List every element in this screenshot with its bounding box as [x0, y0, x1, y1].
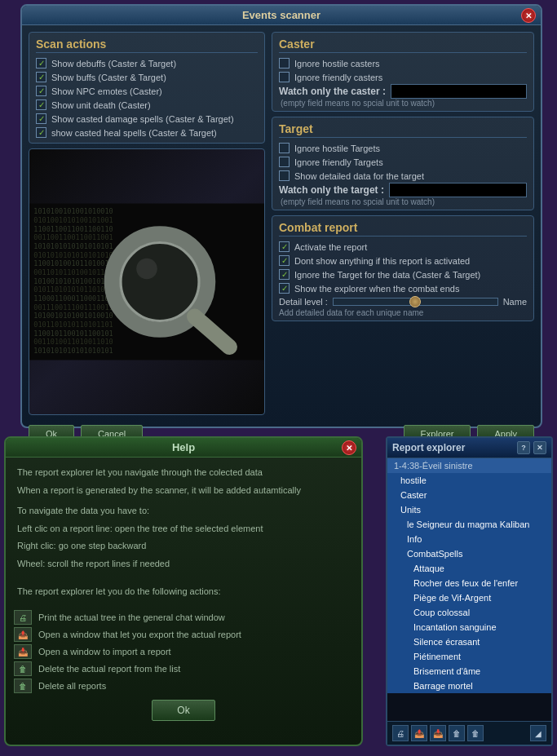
decorative-image: 1010100101001010010 0101001010100101001 …	[29, 148, 265, 415]
events-panel-close-button[interactable]: ✕	[521, 8, 536, 23]
checkbox-emotes[interactable]	[36, 86, 46, 96]
scan-check-heal[interactable]: show casted heal spells (Caster & Target…	[36, 126, 258, 139]
report-item-2[interactable]: Caster	[387, 488, 551, 502]
svg-text:1100101001011010010: 1100101001011010010	[33, 259, 113, 267]
report-item-15[interactable]: Barrage mortel	[387, 679, 551, 693]
report-item-8[interactable]: Rocher des feux de l'enfer	[387, 576, 551, 590]
svg-text:0011010011010011010: 0011010011010011010	[33, 338, 113, 346]
combat-dont-show-row[interactable]: Dont show anything if this report is act…	[279, 254, 527, 267]
checkbox-ignore-hostile-target[interactable]	[279, 143, 290, 153]
report-print-button[interactable]: 🖨	[392, 725, 409, 741]
report-item-9[interactable]: Piège de Vif-Argent	[387, 590, 551, 605]
report-items-list: 1-4:38-Éveil sinistre hostile Caster Uni…	[387, 458, 551, 721]
svg-text:1010101010101010101: 1010101010101010101	[33, 242, 113, 250]
svg-text:1100110011001100110: 1100110011001100110	[33, 225, 113, 233]
report-explorer-titlebar: Report explorer ? ✕	[387, 438, 551, 458]
svg-text:0011100111001110011: 0011100111001110011	[33, 303, 113, 312]
target-ignore-hostile-row[interactable]: Ignore hostile Targets	[279, 141, 527, 155]
report-item-4[interactable]: le Seigneur du magma Kaliban	[387, 517, 551, 532]
report-bottom-icons: 🖨 📤 📥 🗑 🗑	[392, 725, 484, 741]
report-item-11[interactable]: Incantation sanguine	[387, 620, 551, 634]
help-ok-button[interactable]: Ok	[152, 700, 214, 721]
events-scanner-panel: Events scanner ✕ Scan actions Show debuf…	[20, 4, 542, 428]
report-item-7[interactable]: Attaque	[387, 561, 551, 576]
combat-report-section: Combat report Activate the report Dont s…	[272, 215, 534, 321]
scan-actions-title: Scan actions	[36, 36, 258, 53]
report-item-1[interactable]: hostile	[387, 473, 551, 488]
help-line-6: Wheel: scroll the report lines if needed	[17, 557, 350, 572]
combat-ignore-target-row[interactable]: Ignore the Target for the data (Caster &…	[279, 267, 527, 281]
report-item-10[interactable]: Coup colossal	[387, 605, 551, 620]
detail-slider[interactable]	[333, 298, 498, 306]
checkbox-buffs[interactable]	[36, 72, 46, 82]
help-content-area: The report explorer let you navigate thr…	[6, 458, 361, 583]
svg-text:0011010110100101101: 0011010110100101101	[33, 268, 113, 276]
detail-level-label: Detail level :	[279, 297, 328, 307]
report-help-button[interactable]: ?	[517, 441, 530, 454]
detail-slider-thumb[interactable]	[409, 296, 421, 307]
events-left-column: Scan actions Show debuffs (Caster & Targ…	[29, 32, 265, 415]
report-item-6[interactable]: CombatSpells	[387, 546, 551, 561]
delete-icon: 🗑	[14, 661, 32, 676]
svg-text:0011001100110011001: 0011001100110011001	[33, 233, 113, 241]
report-item-5[interactable]: Info	[387, 532, 551, 546]
checkbox-ignore-friendly-target[interactable]	[279, 157, 290, 167]
svg-point-19	[121, 243, 199, 321]
checkbox-activate[interactable]	[279, 241, 290, 252]
svg-text:1010010101010010101: 1010010101010010101	[33, 277, 113, 285]
combat-show-explorer-row[interactable]: Show the explorer when the combat ends	[279, 281, 527, 295]
svg-point-21	[136, 259, 157, 280]
checkbox-ignore-friendly-caster[interactable]	[279, 72, 290, 82]
caster-ignore-hostile-row[interactable]: Ignore hostile casters	[279, 56, 527, 70]
report-explorer-title: Report explorer	[392, 442, 465, 453]
scan-check-debuffs[interactable]: Show debuffs (Caster & Target)	[36, 56, 258, 70]
report-item-0[interactable]: 1-4:38-Éveil sinistre	[387, 458, 551, 473]
report-item-12[interactable]: Silence écrasant	[387, 634, 551, 649]
print-icon: 🖨	[14, 610, 32, 625]
help-line-3: To navigate the data you have to:	[17, 504, 350, 519]
caster-ignore-friendly-row[interactable]: Ignore friendly casters	[279, 70, 527, 84]
help-panel: Help ✕ The report explorer let you navig…	[4, 436, 363, 746]
caster-watch-input[interactable]	[391, 84, 527, 99]
checkbox-dont-show[interactable]	[279, 255, 290, 266]
help-line-4: Left clic on a report line: open the tre…	[17, 522, 350, 537]
report-import-button[interactable]: 📥	[430, 725, 446, 741]
report-item-13[interactable]: Piétinement	[387, 649, 551, 664]
report-export-button[interactable]: 📤	[411, 725, 427, 741]
target-show-detailed-row[interactable]: Show detailed data for the target	[279, 169, 527, 183]
target-ignore-friendly-row[interactable]: Ignore friendly Targets	[279, 155, 527, 169]
help-actions-text: The report explorer let you do the follo…	[17, 585, 350, 599]
help-actions-intro: The report explorer let you do the follo…	[6, 583, 361, 611]
report-close-button[interactable]: ✕	[533, 441, 546, 454]
help-action-delete: 🗑 Delete the actual report from the list	[14, 661, 353, 676]
checkbox-death[interactable]	[36, 99, 46, 110]
target-title: Target	[279, 121, 527, 138]
report-bottom-bar: 🖨 📤 📥 🗑 🗑 ◢	[387, 721, 551, 745]
report-item-14[interactable]: Brisement d'âme	[387, 664, 551, 679]
scan-check-damage[interactable]: Show casted damage spells (Caster & Targ…	[36, 112, 258, 126]
export-icon: 📤	[14, 627, 32, 642]
checkbox-damage[interactable]	[36, 113, 46, 124]
checkbox-ignore-target-data[interactable]	[279, 269, 290, 280]
scan-check-emotes[interactable]: Show NPC emotes (Caster)	[36, 84, 258, 98]
target-watch-row: Watch only the target :	[279, 183, 527, 197]
scan-actions-section: Scan actions Show debuffs (Caster & Targ…	[29, 32, 265, 144]
report-delete-button[interactable]: 🗑	[449, 725, 465, 741]
checkbox-ignore-hostile-caster[interactable]	[279, 58, 290, 69]
checkbox-show-detailed[interactable]	[279, 170, 290, 181]
scan-check-buffs[interactable]: Show buffs (Caster & Target)	[36, 70, 258, 84]
report-item-3[interactable]: Units	[387, 502, 551, 517]
checkbox-debuffs[interactable]	[36, 58, 46, 69]
checkbox-show-explorer[interactable]	[279, 283, 290, 294]
combat-activate-row[interactable]: Activate the report	[279, 240, 527, 254]
checkbox-heal[interactable]	[36, 127, 46, 138]
caster-section: Caster Ignore hostile casters Ignore fri…	[272, 32, 534, 112]
help-panel-close-button[interactable]: ✕	[342, 440, 356, 455]
help-panel-titlebar: Help ✕	[6, 438, 361, 458]
svg-text:0101101010110101101: 0101101010110101101	[33, 321, 113, 329]
target-watch-input[interactable]	[389, 183, 527, 197]
report-title-icons: ? ✕	[517, 441, 546, 454]
scan-check-death[interactable]: Show unit death (Caster)	[36, 98, 258, 112]
report-delete-all-button[interactable]: 🗑	[467, 725, 484, 741]
caster-watch-row: Watch only the caster :	[279, 84, 527, 99]
